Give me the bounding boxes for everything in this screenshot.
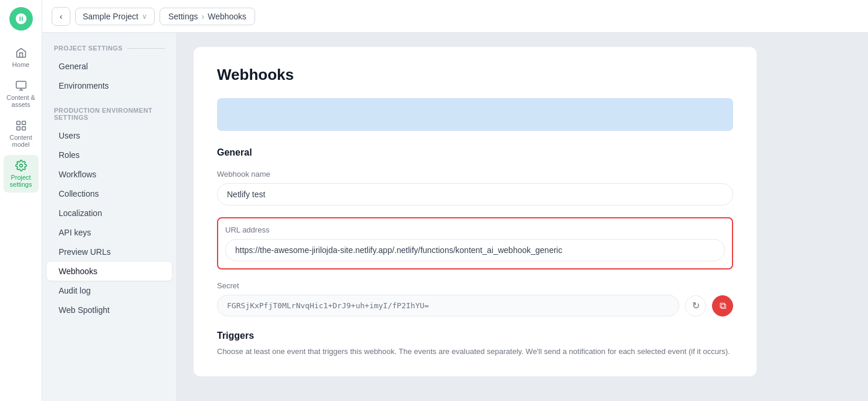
triggers-title: Triggers	[217, 331, 733, 341]
project-name: Sample Project	[83, 12, 138, 21]
sidebar-item-webhooks[interactable]: Webhooks	[47, 262, 172, 281]
webhook-name-input[interactable]	[217, 183, 733, 205]
sidebar-item-users[interactable]: Users	[47, 126, 172, 145]
url-address-label: URL address	[225, 225, 725, 234]
secret-row: ↻ ⧉	[217, 295, 733, 316]
sidebar-item-preview-urls[interactable]: Preview URLs	[47, 242, 172, 261]
refresh-icon: ↻	[692, 300, 700, 311]
nav-item-content-model-label: Content model	[6, 134, 36, 148]
sidebar-item-general[interactable]: General	[47, 57, 172, 76]
general-section-title: General	[217, 147, 733, 158]
nav-item-project-settings[interactable]: Project settings	[4, 155, 39, 193]
nav-item-home-label: Home	[12, 61, 29, 68]
webhook-name-label: Webhook name	[217, 170, 733, 178]
sidebar: Project settings General Environments Pr…	[42, 33, 177, 401]
project-settings-section-label: Project settings	[42, 45, 177, 56]
svg-rect-2	[22, 122, 25, 125]
copy-icon: ⧉	[720, 301, 726, 311]
nav-item-content-model[interactable]: Content model	[4, 115, 39, 153]
nav-item-project-settings-label: Project settings	[6, 174, 36, 188]
sidebar-item-localization[interactable]: Localization	[47, 204, 172, 223]
webhook-name-group: Webhook name	[217, 170, 733, 205]
production-settings-section-label: Production environment settings	[42, 107, 177, 126]
svg-rect-0	[16, 82, 26, 89]
secret-input[interactable]	[217, 295, 679, 316]
breadcrumb-separator: ›	[202, 12, 205, 21]
svg-rect-4	[22, 127, 25, 130]
nav-item-content-assets[interactable]: Content & assets	[4, 75, 39, 113]
chevron-down-icon: ∨	[142, 12, 147, 21]
project-selector[interactable]: Sample Project ∨	[75, 8, 155, 25]
triggers-description: Choose at least one event that triggers …	[217, 346, 733, 358]
app-logo[interactable]	[9, 7, 33, 31]
content-area: Webhooks General Webhook name URL addres…	[177, 33, 868, 401]
breadcrumb: Settings › Webhooks	[160, 8, 255, 25]
secret-label: Secret	[217, 281, 733, 290]
regenerate-secret-button[interactable]: ↻	[685, 295, 706, 316]
sidebar-item-audit-log[interactable]: Audit log	[47, 281, 172, 300]
page-title: Webhooks	[217, 66, 733, 84]
webhooks-card: Webhooks General Webhook name URL addres…	[194, 47, 757, 376]
svg-rect-1	[16, 122, 20, 125]
svg-rect-3	[16, 127, 20, 130]
copy-secret-button[interactable]: ⧉	[712, 295, 733, 316]
icon-nav: Home Content & assets Content model Proj…	[0, 0, 42, 401]
breadcrumb-section: Settings	[168, 12, 198, 21]
url-address-wrapper: URL address	[217, 217, 733, 269]
svg-point-5	[19, 164, 22, 167]
sidebar-item-roles[interactable]: Roles	[47, 146, 172, 164]
breadcrumb-page: Webhooks	[208, 12, 246, 21]
info-banner	[217, 98, 733, 131]
top-bar: ‹ Sample Project ∨ Settings › Webhooks	[42, 0, 868, 33]
sidebar-item-environments[interactable]: Environments	[47, 76, 172, 95]
nav-item-content-assets-label: Content & assets	[6, 94, 36, 108]
back-button[interactable]: ‹	[52, 7, 70, 26]
url-address-input[interactable]	[225, 239, 725, 261]
sidebar-item-collections[interactable]: Collections	[47, 184, 172, 203]
secret-group: Secret ↻ ⧉	[217, 281, 733, 316]
sidebar-item-api-keys[interactable]: API keys	[47, 223, 172, 242]
sidebar-item-workflows[interactable]: Workflows	[47, 165, 172, 184]
sidebar-item-web-spotlight[interactable]: Web Spotlight	[47, 301, 172, 319]
nav-item-home[interactable]: Home	[4, 42, 39, 73]
